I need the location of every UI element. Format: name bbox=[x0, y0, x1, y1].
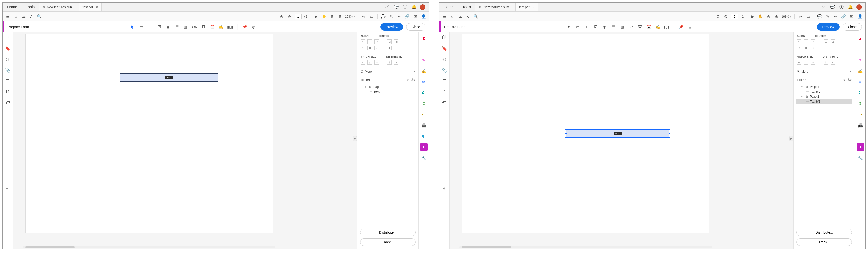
text-tool-icon[interactable]: T bbox=[584, 24, 589, 30]
distribute-button[interactable]: Distribute... bbox=[797, 229, 852, 236]
layers-icon[interactable]: ☲ bbox=[5, 78, 10, 84]
highlight-icon[interactable]: ✎ bbox=[825, 14, 830, 19]
page-icon[interactable]: 🗎 bbox=[5, 89, 10, 94]
tag-icon[interactable]: 🏷 bbox=[5, 100, 10, 105]
sort-icon[interactable]: ☰▾ bbox=[404, 78, 409, 82]
print-icon[interactable]: 🖨 bbox=[29, 14, 34, 19]
highlight-icon[interactable]: ✎ bbox=[389, 14, 394, 19]
search-icon[interactable]: 🔍 bbox=[473, 14, 478, 19]
panel-collapse-icon[interactable]: ▶ bbox=[353, 136, 357, 141]
attachment-icon[interactable]: 📎 bbox=[442, 67, 447, 73]
organize-icon[interactable]: 🗂 bbox=[857, 89, 864, 96]
cloud-upload-icon[interactable]: ☁ bbox=[458, 14, 463, 19]
share-icon[interactable]: 🔗 bbox=[841, 14, 846, 19]
horizontal-scrollbar[interactable] bbox=[459, 246, 712, 248]
signature-field-icon[interactable]: ✍ bbox=[218, 24, 224, 30]
pdf-page[interactable]: Text3 bbox=[25, 34, 273, 233]
sidebar-toggle-icon[interactable]: ☰ bbox=[5, 14, 10, 19]
dropdown-tool-icon[interactable]: ▥ bbox=[619, 24, 625, 30]
match-both-icon[interactable]: ⤡ bbox=[374, 60, 379, 65]
zoom-in-icon[interactable]: ⊕ bbox=[774, 14, 779, 19]
nav-home[interactable]: Home bbox=[439, 3, 458, 11]
star-icon[interactable]: ☆ bbox=[450, 14, 455, 19]
more-tools-icon[interactable]: 🔧 bbox=[420, 154, 428, 162]
align-left-icon[interactable]: ⇤ bbox=[797, 39, 801, 44]
page-down-icon[interactable]: ⊙ bbox=[287, 14, 292, 19]
comment-tool-icon[interactable]: ✏ bbox=[420, 78, 428, 86]
sidebar-toggle-icon[interactable]: ☰ bbox=[442, 14, 447, 19]
close-tab-icon[interactable]: × bbox=[96, 5, 98, 9]
canvas[interactable]: Text3 ▶ bbox=[13, 32, 357, 249]
fit-width-icon[interactable]: ⇔ bbox=[361, 14, 366, 19]
list-tool-icon[interactable]: ☰ bbox=[174, 24, 180, 30]
shield-icon[interactable]: ⛨ bbox=[857, 132, 864, 140]
radio-tool-icon[interactable]: ◉ bbox=[602, 24, 607, 30]
match-both-icon[interactable]: ⤡ bbox=[811, 60, 815, 65]
distribute-h-icon[interactable]: ⫴ bbox=[387, 60, 392, 65]
sign-tool-icon[interactable]: ✍ bbox=[420, 67, 428, 75]
edit-pdf-icon[interactable]: ✎ bbox=[857, 57, 864, 64]
doc-tab[interactable]: 🗎 New features sum... bbox=[39, 3, 79, 11]
tree-field-row[interactable]: ▭Text3#1 bbox=[796, 99, 852, 104]
page-up-icon[interactable]: ⊙ bbox=[279, 14, 284, 19]
more-tools-icon[interactable]: 🔧 bbox=[857, 154, 864, 162]
close-button[interactable]: Close bbox=[406, 23, 425, 31]
match-height-icon[interactable]: ↕ bbox=[367, 60, 372, 65]
close-button[interactable]: Close bbox=[843, 23, 862, 31]
chat-icon[interactable]: 💬 bbox=[830, 4, 835, 10]
bookmark-icon[interactable]: 🔖 bbox=[442, 45, 447, 51]
button-tool-icon[interactable]: OK bbox=[192, 24, 197, 30]
page-up-icon[interactable]: ⊙ bbox=[715, 14, 721, 19]
fit-page-icon[interactable]: ▭ bbox=[805, 14, 811, 19]
create-pdf-icon[interactable]: 🗎 bbox=[857, 35, 864, 42]
rail-collapse-icon[interactable]: ◀ bbox=[443, 187, 444, 190]
center-both-icon[interactable]: ✛ bbox=[824, 46, 828, 50]
mail-icon[interactable]: ✉ bbox=[412, 14, 418, 19]
tree-page-row[interactable]: ▾🗎Page 2 bbox=[796, 94, 852, 99]
match-width-icon[interactable]: ↔ bbox=[797, 60, 801, 65]
twisty-icon[interactable]: ▾ bbox=[801, 95, 804, 98]
help-icon[interactable]: ⓘ bbox=[402, 4, 408, 10]
zoom-level[interactable]: 163% bbox=[345, 15, 355, 18]
list-tool-icon[interactable]: ☰ bbox=[611, 24, 616, 30]
comment-icon[interactable]: 💬 bbox=[380, 14, 386, 19]
more-toggle[interactable]: 🛠 More ▾ bbox=[357, 67, 418, 76]
nav-tools[interactable]: Tools bbox=[22, 3, 39, 11]
pin-icon[interactable]: 📌 bbox=[678, 24, 684, 30]
create-pdf-icon[interactable]: 🗎 bbox=[420, 35, 428, 42]
distribute-button[interactable]: Distribute... bbox=[360, 229, 415, 236]
text-field-icon[interactable]: ▭ bbox=[575, 24, 581, 30]
cloud-upload-icon[interactable]: ☁ bbox=[21, 14, 26, 19]
tree-field-row[interactable]: ▭Text3#0 bbox=[796, 89, 852, 94]
distribute-v-icon[interactable]: ≡ bbox=[394, 60, 399, 65]
track-button[interactable]: Track... bbox=[360, 238, 415, 246]
center-v-icon[interactable]: ⊞ bbox=[831, 39, 835, 44]
thumbnails-icon[interactable]: 🗐 bbox=[442, 35, 447, 40]
bell-icon[interactable]: 🔔 bbox=[411, 4, 416, 10]
protect-icon[interactable]: 🛡 bbox=[857, 111, 864, 118]
sort-icon[interactable]: ☰▾ bbox=[841, 78, 845, 82]
preview-button[interactable]: Preview bbox=[817, 23, 840, 31]
star-icon[interactable]: ☆ bbox=[13, 14, 19, 19]
panel-collapse-icon[interactable]: ▶ bbox=[789, 136, 793, 141]
image-field-icon[interactable]: 🖼 bbox=[637, 24, 643, 30]
select-tool-icon[interactable] bbox=[566, 24, 571, 30]
pdf-page[interactable]: Text3 bbox=[462, 34, 709, 233]
tree-page-row[interactable]: ▾🗎Page 1 bbox=[360, 84, 416, 89]
account-icon[interactable]: 👤 bbox=[858, 14, 863, 19]
fit-width-icon[interactable]: ⇔ bbox=[798, 14, 803, 19]
align-middle-icon[interactable]: ≣ bbox=[804, 46, 808, 50]
tag-icon[interactable]: 🏷 bbox=[442, 100, 447, 105]
page-number-input[interactable] bbox=[295, 14, 302, 19]
comment-icon[interactable]: 💬 bbox=[817, 14, 823, 19]
combine-icon[interactable]: 🗐 bbox=[857, 45, 864, 53]
rail-collapse-icon[interactable]: ◀ bbox=[6, 187, 8, 190]
pin-icon[interactable]: 📌 bbox=[242, 24, 247, 30]
account-icon[interactable]: 👤 bbox=[421, 14, 426, 19]
match-width-icon[interactable]: ↔ bbox=[361, 60, 365, 65]
doc-tab[interactable]: test.pdf × bbox=[79, 3, 102, 11]
select-tool-icon[interactable] bbox=[130, 24, 135, 30]
align-top-icon[interactable]: ⤒ bbox=[361, 46, 365, 50]
zoom-out-icon[interactable]: ⊖ bbox=[766, 14, 771, 19]
bell-icon[interactable]: 🔔 bbox=[847, 4, 853, 10]
